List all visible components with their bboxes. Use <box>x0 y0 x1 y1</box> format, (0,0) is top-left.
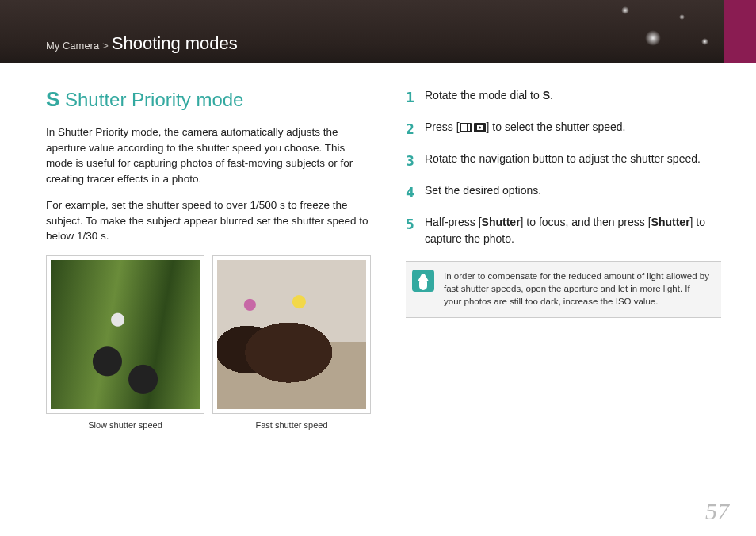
step-2: 2 Press [] to select the shutter speed. <box>406 119 721 140</box>
sparkle-decoration <box>645 30 661 46</box>
steps-list: 1 Rotate the mode dial to S. 2 Press [] … <box>406 87 721 247</box>
step-5: 5 Half-press [Shutter] to focus, and the… <box>406 214 721 247</box>
page-header: My Camera>Shooting modes <box>0 0 756 63</box>
intro-paragraph-2: For example, set the shutter speed to ov… <box>46 197 371 244</box>
caption-fast: Fast shutter speed <box>212 420 371 430</box>
note-box: In order to compensate for the reduced a… <box>406 261 721 318</box>
sparkle-decoration <box>701 38 708 45</box>
step-number: 1 <box>406 87 417 108</box>
note-text: In order to compensate for the reduced a… <box>444 270 710 308</box>
breadcrumb-current: Shooting modes <box>112 33 238 53</box>
caption-slow: Slow shutter speed <box>46 420 204 430</box>
step-3: 3 Rotate the navigation button to adjust… <box>406 151 721 171</box>
page-title: S Shutter Priority mode <box>46 87 371 112</box>
step-1: 1 Rotate the mode dial to S. <box>406 87 721 108</box>
step-number: 2 <box>406 119 417 140</box>
image-slow-shutter <box>46 255 204 414</box>
step-number: 5 <box>406 214 417 247</box>
breadcrumb: My Camera>Shooting modes <box>46 33 238 54</box>
sparkle-decoration <box>621 6 629 14</box>
breadcrumb-parent: My Camera <box>46 40 99 52</box>
page-number: 57 <box>705 498 729 525</box>
step-text: Half-press [Shutter] to focus, and then … <box>425 214 721 247</box>
image-fast-shutter <box>212 255 371 414</box>
step-number: 3 <box>406 151 417 171</box>
step-text: Rotate the navigation button to adjust t… <box>425 151 701 171</box>
intro-paragraph-1: In Shutter Priority mode, the camera aut… <box>46 124 371 186</box>
figure-slow: Slow shutter speed <box>46 255 204 430</box>
title-text: Shutter Priority mode <box>65 89 243 110</box>
svg-rect-1 <box>461 124 464 131</box>
sparkle-decoration <box>679 14 685 20</box>
svg-rect-3 <box>468 124 470 131</box>
mode-letter-inline: S <box>543 89 550 101</box>
example-figures: Slow shutter speed Fast shutter speed <box>46 255 371 430</box>
left-column: S Shutter Priority mode In Shutter Prior… <box>46 87 371 430</box>
mode-letter: S <box>46 87 59 111</box>
breadcrumb-separator: > <box>102 40 109 52</box>
right-column: 1 Rotate the mode dial to S. 2 Press [] … <box>406 87 721 430</box>
step-4: 4 Set the desired options. <box>406 182 721 203</box>
page-content: S Shutter Priority mode In Shutter Prior… <box>0 63 756 430</box>
info-metering-icon <box>460 122 487 133</box>
figure-fast: Fast shutter speed <box>212 255 371 430</box>
step-text: Press [] to select the shutter speed. <box>425 119 625 140</box>
step-text: Set the desired options. <box>425 182 541 203</box>
svg-point-6 <box>479 127 481 129</box>
svg-rect-2 <box>464 124 467 131</box>
pen-icon <box>412 270 434 292</box>
step-number: 4 <box>406 182 417 203</box>
step-text: Rotate the mode dial to S. <box>425 87 553 108</box>
